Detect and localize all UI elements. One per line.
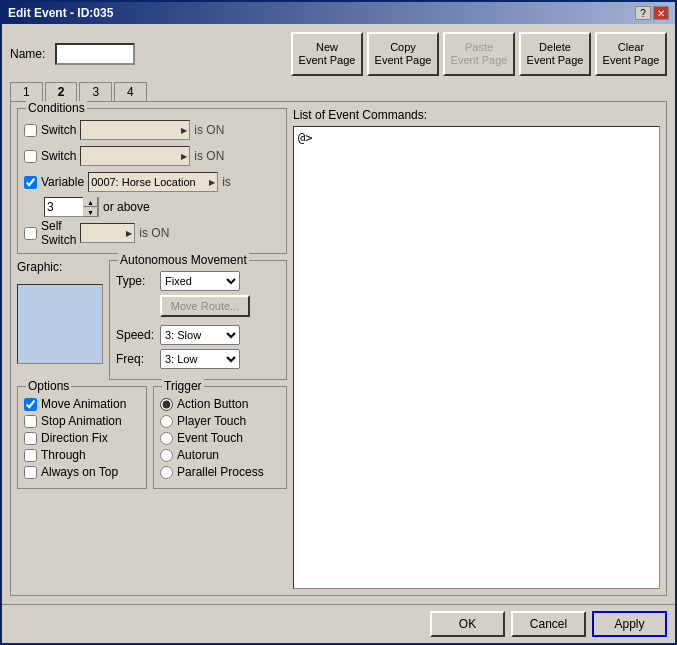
stop-animation-row: Stop Animation [24, 414, 140, 428]
variable-number-suffix: or above [103, 200, 150, 214]
options-label: Options [26, 379, 71, 393]
event-touch-radio[interactable] [160, 432, 173, 445]
action-button-label: Action Button [177, 397, 248, 411]
move-route-button[interactable]: Move Route... [160, 295, 250, 317]
move-animation-row: Move Animation [24, 397, 140, 411]
name-row: Name: EV035 NewEvent Page CopyEvent Page… [10, 32, 667, 76]
player-touch-row: Player Touch [160, 414, 280, 428]
toolbar-buttons: NewEvent Page CopyEvent Page PasteEvent … [291, 32, 667, 76]
left-panel: Conditions Switch ▶ is ON [17, 108, 287, 589]
player-touch-radio[interactable] [160, 415, 173, 428]
tab-4[interactable]: 4 [114, 82, 147, 102]
spin-down[interactable]: ▼ [83, 207, 98, 217]
freq-label: Freq: [116, 352, 156, 366]
options-trigger-row: Options Move Animation Stop Animation Di… [17, 386, 287, 489]
direction-fix-label: Direction Fix [41, 431, 108, 445]
title-bar: Edit Event - ID:035 ? ✕ [2, 2, 675, 24]
switch1-label: Switch [41, 123, 76, 137]
switch2-dropdown[interactable]: ▶ [80, 146, 190, 166]
speed-row: Speed: 1: x8 Slower 2: x4 Slower 3: Slow… [116, 325, 280, 345]
tab-3[interactable]: 3 [79, 82, 112, 102]
apply-button[interactable]: Apply [592, 611, 667, 637]
graphic-label: Graphic: [17, 260, 62, 274]
speed-label: Speed: [116, 328, 156, 342]
variable-number-row: ▲ ▼ or above [44, 197, 280, 217]
autonomous-movement-group: Autonomous Movement Type: Fixed Random A… [109, 260, 287, 380]
options-group: Options Move Animation Stop Animation Di… [17, 386, 147, 489]
new-event-page-button[interactable]: NewEvent Page [291, 32, 363, 76]
main-area: Conditions Switch ▶ is ON [10, 101, 667, 596]
graphic-preview[interactable] [17, 284, 103, 364]
autorun-label: Autorun [177, 448, 219, 462]
switch1-checkbox[interactable] [24, 124, 37, 137]
through-row: Through [24, 448, 140, 462]
main-window: Edit Event - ID:035 ? ✕ Name: EV035 NewE… [0, 0, 677, 645]
through-label: Through [41, 448, 86, 462]
cancel-button[interactable]: Cancel [511, 611, 586, 637]
switch1-dropdown[interactable]: ▶ [80, 120, 190, 140]
self-switch-checkbox[interactable] [24, 227, 37, 240]
variable-checkbox[interactable] [24, 176, 37, 189]
variable-value: 0007: Horse Location [91, 176, 196, 188]
window-title: Edit Event - ID:035 [8, 6, 113, 20]
clear-event-page-button[interactable]: ClearEvent Page [595, 32, 667, 76]
move-animation-checkbox[interactable] [24, 398, 37, 411]
conditions-group: Conditions Switch ▶ is ON [17, 108, 287, 254]
self-switch-dropdown[interactable]: ▶ [80, 223, 135, 243]
switch2-row: Switch ▶ is ON [24, 145, 280, 167]
variable-suffix: is [222, 175, 231, 189]
player-touch-label: Player Touch [177, 414, 246, 428]
always-on-top-row: Always on Top [24, 465, 140, 479]
name-input[interactable]: EV035 [55, 43, 135, 65]
type-label: Type: [116, 274, 156, 288]
delete-event-page-button[interactable]: DeleteEvent Page [519, 32, 591, 76]
autorun-row: Autorun [160, 448, 280, 462]
type-row: Type: Fixed Random Approach Custom [116, 271, 280, 291]
action-button-radio[interactable] [160, 398, 173, 411]
self-switch-suffix: is ON [139, 226, 169, 240]
always-on-top-checkbox[interactable] [24, 466, 37, 479]
name-label: Name: [10, 47, 45, 61]
move-animation-label: Move Animation [41, 397, 126, 411]
stop-animation-label: Stop Animation [41, 414, 122, 428]
stop-animation-checkbox[interactable] [24, 415, 37, 428]
paste-event-page-button[interactable]: PasteEvent Page [443, 32, 515, 76]
help-button[interactable]: ? [635, 6, 651, 20]
parallel-process-radio[interactable] [160, 466, 173, 479]
variable-row: Variable 0007: Horse Location ▶ is [24, 171, 280, 193]
move-route-row: Move Route... [116, 295, 280, 321]
through-checkbox[interactable] [24, 449, 37, 462]
event-touch-row: Event Touch [160, 431, 280, 445]
type-select[interactable]: Fixed Random Approach Custom [160, 271, 240, 291]
direction-fix-checkbox[interactable] [24, 432, 37, 445]
speed-select[interactable]: 1: x8 Slower 2: x4 Slower 3: Slow 4: Fas… [160, 325, 240, 345]
ok-button[interactable]: OK [430, 611, 505, 637]
action-button-row: Action Button [160, 397, 280, 411]
variable-label: Variable [41, 175, 84, 189]
variable-number-input[interactable] [45, 200, 83, 214]
variable-spinner: ▲ ▼ [44, 197, 99, 217]
tab-2[interactable]: 2 [45, 82, 78, 102]
parallel-process-row: Parallel Process [160, 465, 280, 479]
spin-up[interactable]: ▲ [83, 197, 98, 207]
copy-event-page-button[interactable]: CopyEvent Page [367, 32, 439, 76]
direction-fix-row: Direction Fix [24, 431, 140, 445]
switch2-label: Switch [41, 149, 76, 163]
always-on-top-label: Always on Top [41, 465, 118, 479]
tabs-row: 1 2 3 4 [10, 82, 667, 101]
self-switch-label: SelfSwitch [41, 219, 76, 247]
tab-1[interactable]: 1 [10, 82, 43, 102]
spin-arrows: ▲ ▼ [83, 197, 98, 217]
graphic-section: Graphic: [17, 260, 103, 380]
variable-dropdown[interactable]: 0007: Horse Location ▶ [88, 172, 218, 192]
switch1-row: Switch ▶ is ON [24, 119, 280, 141]
right-panel: List of Event Commands: @> [293, 108, 660, 589]
freq-row: Freq: 1: Lowest 2: Lower 3: Low 4: High [116, 349, 280, 369]
bottom-bar: OK Cancel Apply [2, 604, 675, 643]
switch2-checkbox[interactable] [24, 150, 37, 163]
freq-select[interactable]: 1: Lowest 2: Lower 3: Low 4: High [160, 349, 240, 369]
commands-area[interactable]: @> [293, 126, 660, 589]
close-button[interactable]: ✕ [653, 6, 669, 20]
switch1-suffix: is ON [194, 123, 224, 137]
autorun-radio[interactable] [160, 449, 173, 462]
